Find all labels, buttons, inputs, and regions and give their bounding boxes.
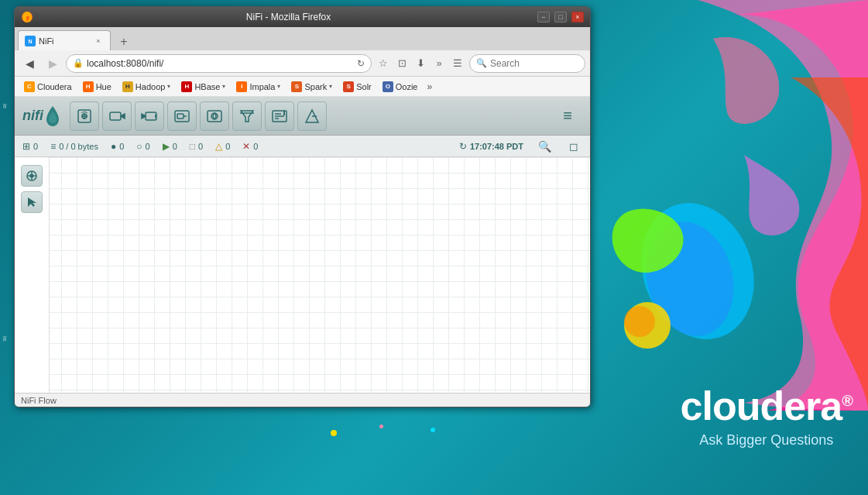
nifi-logo-text: nifi <box>22 108 43 124</box>
bookmark-hadoop-icon: H <box>122 81 133 92</box>
canvas-navigate-button[interactable] <box>21 165 43 187</box>
refresh-button[interactable]: ↻ <box>357 58 365 69</box>
status-overview-button[interactable]: ◻ <box>565 138 582 155</box>
status-invalid-value: 0 <box>225 142 230 151</box>
footer-text: NiFi Flow <box>21 396 57 405</box>
nifi-toolbar: nifi <box>15 97 590 136</box>
forward-button[interactable]: ▶ <box>43 53 63 74</box>
bookmark-hue-label: Hue <box>96 82 112 91</box>
status-bar: ⊞ 0 ≡ 0 / 0 bytes ● 0 ○ 0 ▶ 0 □ 0 △ 0 ✕ <box>15 136 590 157</box>
status-disabled-icon: □ <box>190 141 195 152</box>
address-input[interactable] <box>87 58 354 69</box>
search-bar: 🔍 <box>469 54 585 73</box>
canvas-sidebar <box>15 157 50 393</box>
bookmark-library-button[interactable]: ⊡ <box>393 55 410 72</box>
cloudera-tagline: Ask Bigger Questions <box>681 432 853 449</box>
address-lock-icon: 🔒 <box>73 58 84 68</box>
impala-dropdown-arrow: ▾ <box>277 83 280 90</box>
overflow-button[interactable]: » <box>431 55 448 72</box>
svg-point-23 <box>211 113 218 119</box>
back-button[interactable]: ◀ <box>19 53 39 74</box>
hbase-dropdown-arrow: ▾ <box>222 83 225 90</box>
status-threads-value: 0 <box>119 142 124 151</box>
nav-bar: ◀ ▶ 🔒 ↻ ☆ ⊡ ⬇ » ☰ 🔍 <box>15 50 590 77</box>
address-bar: 🔒 ↻ <box>66 54 372 73</box>
tab-close-button[interactable]: × <box>93 36 104 46</box>
status-disabled-value: 0 <box>198 142 203 151</box>
desktop-dot-2 <box>431 428 435 432</box>
bookmark-star-button[interactable]: ☆ <box>375 55 392 72</box>
status-running2-icon: ▶ <box>163 141 170 152</box>
bookmark-impala-icon: I <box>236 81 247 92</box>
download-button[interactable]: ⬇ <box>412 55 429 72</box>
add-input-port-button[interactable] <box>102 101 132 131</box>
add-funnel-button[interactable] <box>232 101 262 131</box>
browser-footer: NiFi Flow <box>15 393 590 407</box>
title-bar: NiFi - Mozilla Firefox − □ × <box>15 7 590 27</box>
status-threads-icon: ● <box>111 141 116 152</box>
bookmark-impala-label: Impala <box>249 82 275 91</box>
status-errors: ✕ 0 <box>242 141 258 152</box>
bookmark-cloudera-icon: C <box>24 81 35 92</box>
status-invalid: △ 0 <box>215 141 230 152</box>
desktop-dot-3 <box>379 425 383 428</box>
canvas-area[interactable] <box>15 157 590 393</box>
menu-button[interactable]: ☰ <box>449 55 466 72</box>
nifi-logo: nifi <box>22 106 60 126</box>
status-search-button[interactable]: 🔍 <box>536 138 553 155</box>
bookmark-oozie-label: Oozie <box>396 82 418 91</box>
nav-icons: ☆ ⊡ ⬇ » ☰ <box>375 55 466 72</box>
bookmark-hadoop-label: Hadoop <box>136 82 166 91</box>
bookmark-impala[interactable]: I Impala ▾ <box>232 80 285 94</box>
bookmark-cloudera[interactable]: C Cloudera <box>19 80 77 94</box>
tab-favicon: N <box>25 36 36 46</box>
restore-button[interactable]: □ <box>554 12 567 22</box>
status-running-value: 0 <box>33 142 38 151</box>
add-process-group-button[interactable] <box>167 101 197 131</box>
status-running2-value: 0 <box>173 142 177 151</box>
status-active-threads: ● 0 <box>111 141 124 152</box>
status-queued-icon: ≡ <box>50 141 56 152</box>
bookmark-solr[interactable]: S Solr <box>338 80 376 94</box>
bookmark-spark-label: Spark <box>304 82 327 91</box>
bookmark-hbase[interactable]: H HBase ▾ <box>177 80 230 94</box>
bookmark-hadoop[interactable]: H Hadoop ▾ <box>118 80 176 94</box>
active-tab[interactable]: N NiFi × <box>18 30 111 50</box>
search-input[interactable] <box>490 58 591 69</box>
add-template-button[interactable] <box>297 101 327 131</box>
add-remote-group-button[interactable] <box>200 101 229 131</box>
status-running-icon: ⊞ <box>22 141 30 152</box>
svg-rect-20 <box>177 114 184 119</box>
title-bar-controls: − □ × <box>537 12 584 22</box>
status-queued-value: 0 / 0 bytes <box>59 142 98 151</box>
new-tab-button[interactable]: + <box>114 33 134 50</box>
desktop-dot-1 <box>331 430 337 436</box>
bookmark-oozie-icon: O <box>383 81 393 92</box>
splash-decoration <box>574 0 868 411</box>
add-processor-button[interactable] <box>70 101 99 131</box>
search-icon: 🔍 <box>476 58 487 68</box>
browser-window: NiFi - Mozilla Firefox − □ × N NiFi × + … <box>14 6 591 407</box>
bookmark-solr-label: Solr <box>356 82 372 91</box>
status-time: ↻ 17:07:48 PDT <box>459 141 523 152</box>
add-output-port-button[interactable] <box>135 101 164 131</box>
status-disabled: □ 0 <box>190 141 203 152</box>
bookmark-hue[interactable]: H Hue <box>78 80 116 94</box>
nifi-menu-button[interactable]: ≡ <box>553 101 582 131</box>
status-invalid-icon: △ <box>215 141 222 152</box>
status-stopped: ○ 0 <box>136 141 149 152</box>
canvas-select-button[interactable] <box>21 191 43 213</box>
status-errors-value: 0 <box>253 142 258 151</box>
svg-text:N: N <box>28 39 32 44</box>
bookmark-spark[interactable]: S Spark ▾ <box>286 80 337 94</box>
bookmarks-bar: C Cloudera H Hue H Hadoop ▾ H HBase ▾ I … <box>15 77 590 97</box>
bookmark-more[interactable]: » <box>424 80 436 94</box>
bookmark-hbase-label: HBase <box>194 82 220 91</box>
status-errors-icon: ✕ <box>242 141 250 152</box>
canvas-grid <box>15 157 590 393</box>
svg-rect-14 <box>110 112 121 120</box>
minimize-button[interactable]: − <box>537 12 550 22</box>
add-label-button[interactable] <box>265 101 294 131</box>
close-button[interactable]: × <box>571 12 584 22</box>
bookmark-oozie[interactable]: O Oozie <box>378 80 423 94</box>
